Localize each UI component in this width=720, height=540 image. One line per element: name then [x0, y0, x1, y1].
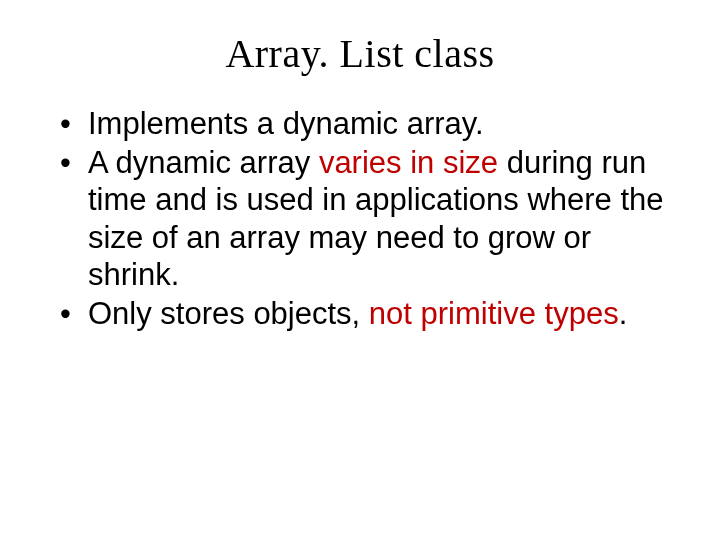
bullet-text-highlight: varies in size — [319, 145, 507, 180]
bullet-text: . — [619, 296, 628, 331]
bullet-text-highlight: not primitive types — [369, 296, 619, 331]
bullet-list: Implements a dynamic array. A dynamic ar… — [50, 105, 670, 332]
list-item: Only stores objects, not primitive types… — [60, 295, 670, 332]
bullet-text: Only stores objects, — [88, 296, 369, 331]
list-item: A dynamic array varies in size during ru… — [60, 144, 670, 293]
bullet-text: Implements a dynamic array. — [88, 106, 484, 141]
list-item: Implements a dynamic array. — [60, 105, 670, 142]
bullet-text: A dynamic array — [88, 145, 319, 180]
slide: Array. List class Implements a dynamic a… — [0, 0, 720, 540]
slide-title: Array. List class — [50, 30, 670, 77]
